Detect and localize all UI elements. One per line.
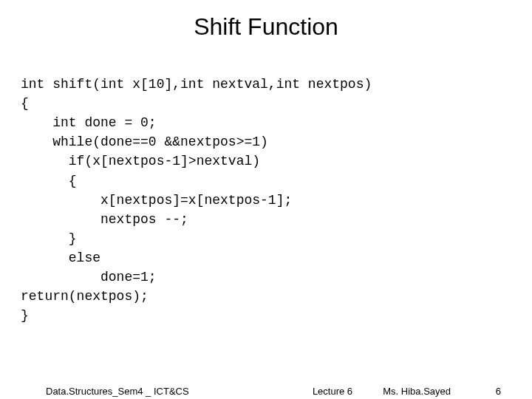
code-line: { xyxy=(21,96,29,111)
code-line: done=1; xyxy=(21,270,157,284)
footer-author: Ms. Hiba.Sayed xyxy=(383,386,451,397)
code-line: else xyxy=(21,250,100,265)
code-block: int shift(int x[10],int nextval,int next… xyxy=(0,55,532,325)
code-line: x[nextpos]=x[nextpos-1]; xyxy=(21,193,292,208)
code-line: if(x[nextpos-1]>nextval) xyxy=(21,154,260,168)
slide-number: 6 xyxy=(496,386,501,397)
slide-title: Shift Function xyxy=(0,13,532,41)
code-line: return(nextpos); xyxy=(21,289,149,304)
code-line: int done = 0; xyxy=(21,115,157,130)
code-line: nextpos --; xyxy=(21,212,188,227)
code-line: } xyxy=(21,308,29,323)
code-line: int shift(int x[10],int nextval,int next… xyxy=(21,77,372,92)
code-line: } xyxy=(21,231,77,246)
footer-center: Lecture 6 xyxy=(0,386,532,397)
code-line: { xyxy=(21,174,77,188)
code-line: while(done==0 &&nextpos>=1) xyxy=(21,134,268,149)
